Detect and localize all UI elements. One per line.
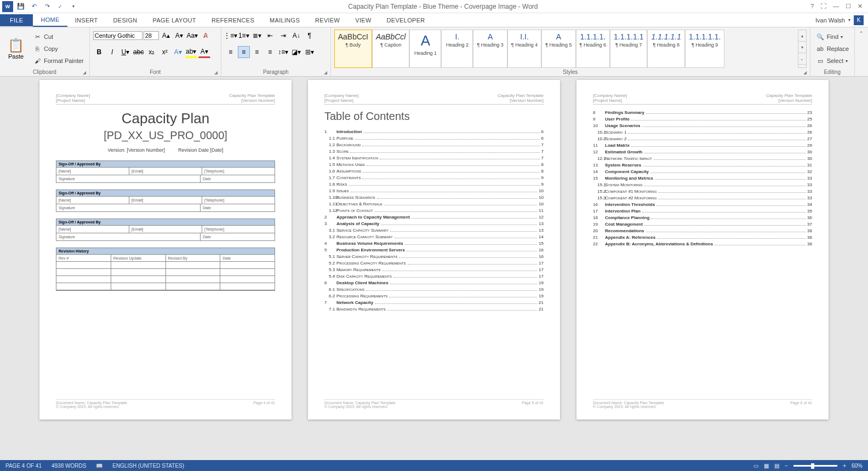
style-heading9[interactable]: 1.1.1.1.1.¶ Heading 9 bbox=[685, 30, 724, 68]
toc-entry: 1.6Assumptions8 bbox=[324, 169, 544, 174]
show-marks-button[interactable]: ¶ bbox=[304, 30, 316, 42]
document-area[interactable]: [Company Name][Project Name] Capacity Pl… bbox=[0, 77, 868, 460]
paste-button[interactable]: 📋 Paste bbox=[3, 30, 28, 68]
undo-icon[interactable]: ↶ bbox=[28, 1, 39, 12]
style-heading5[interactable]: A¶ Heading 5 bbox=[541, 30, 575, 68]
scroll-down-icon[interactable]: ▾ bbox=[798, 42, 806, 53]
cut-button[interactable]: ✂Cut bbox=[31, 31, 86, 42]
launcher-icon[interactable]: ◢ bbox=[324, 70, 327, 75]
toc-entry: 15.2Component #1 Monitoring33 bbox=[593, 189, 812, 194]
copy-button[interactable]: ⎘Copy bbox=[31, 43, 86, 54]
help-icon[interactable]: ? bbox=[810, 3, 814, 10]
tab-design[interactable]: DESIGN bbox=[106, 14, 145, 26]
scroll-up-icon[interactable]: ▴ bbox=[798, 30, 806, 42]
toc-entry: 19Cost Management37 bbox=[593, 222, 812, 227]
group-editing: 🔍Find▾ abReplace ▭Select▾ Editing bbox=[810, 27, 855, 76]
shading-button[interactable]: ◪▾ bbox=[290, 46, 302, 58]
style-heading3[interactable]: A¶ Heading 3 bbox=[473, 30, 507, 68]
spellcheck-icon[interactable]: ✓ bbox=[55, 1, 66, 12]
toc-entry: 10.1Scenario 126 bbox=[593, 130, 812, 135]
line-spacing-button[interactable]: ↕≡▾ bbox=[277, 46, 289, 58]
bold-button[interactable]: B bbox=[93, 46, 105, 58]
style-heading8[interactable]: 1.1.1.1.1¶ Heading 8 bbox=[647, 30, 685, 68]
style-heading6[interactable]: 1.1.1.1.¶ Heading 6 bbox=[576, 30, 610, 68]
underline-button[interactable]: U▾ bbox=[119, 46, 132, 58]
format-painter-button[interactable]: 🖌Format Painter bbox=[31, 55, 86, 66]
align-left-button[interactable]: ≡ bbox=[225, 46, 237, 58]
tab-mailings[interactable]: MAILINGS bbox=[262, 14, 307, 26]
bullets-button[interactable]: ⋮≡▾ bbox=[225, 30, 237, 42]
toc-entry: 16Intervention Thresholds34 bbox=[593, 202, 812, 207]
redo-icon[interactable]: ↷ bbox=[42, 1, 53, 12]
tab-view[interactable]: VIEW bbox=[347, 14, 379, 26]
style-heading7[interactable]: 1.1.1.1.1¶ Heading 7 bbox=[610, 30, 648, 68]
tab-review[interactable]: REVIEW bbox=[307, 14, 347, 26]
style-caption[interactable]: AaBbCcl¶ Caption bbox=[372, 30, 409, 68]
borders-button[interactable]: ⊞▾ bbox=[304, 46, 316, 58]
quick-access-toolbar: W 💾 ↶ ↷ ✓ ▾ bbox=[0, 1, 81, 12]
page-cover: [Company Name][Project Name] Capacity Pl… bbox=[39, 80, 292, 420]
maximize-icon[interactable]: ☐ bbox=[846, 3, 851, 10]
highlight-button[interactable]: ab▾ bbox=[185, 46, 197, 58]
ribbon-display-icon[interactable]: ⛶ bbox=[820, 3, 826, 10]
qat-customize-icon[interactable]: ▾ bbox=[68, 1, 79, 12]
italic-button[interactable]: I bbox=[106, 46, 118, 58]
tab-developer[interactable]: DEVELOPER bbox=[379, 14, 433, 26]
save-icon[interactable]: 💾 bbox=[15, 1, 26, 12]
collapse-ribbon-icon[interactable]: ˄ bbox=[855, 27, 868, 76]
launcher-icon[interactable]: ◢ bbox=[83, 70, 86, 75]
increase-indent-button[interactable]: ⇥ bbox=[277, 30, 289, 42]
page-header: [Company Name][Project Name] Capacity Pl… bbox=[593, 93, 812, 105]
subscript-button[interactable]: x₂ bbox=[146, 46, 158, 58]
styles-expand-icon[interactable]: ⌄ bbox=[798, 53, 806, 65]
tab-home[interactable]: HOME bbox=[33, 14, 67, 27]
numbering-button[interactable]: 1≡▾ bbox=[238, 30, 250, 42]
font-color-button[interactable]: A▾ bbox=[198, 46, 210, 58]
minimize-icon[interactable]: — bbox=[833, 3, 839, 10]
launcher-icon[interactable]: ◢ bbox=[803, 70, 807, 75]
group-label-paragraph: Paragraph◢ bbox=[225, 68, 327, 76]
close-icon[interactable]: ✕ bbox=[858, 3, 863, 10]
ribbon-tabs: FILEHOMEINSERTDESIGNPAGE LAYOUTREFERENCE… bbox=[0, 13, 868, 27]
toc-entry: 1.7Constraints9 bbox=[324, 175, 544, 180]
justify-button[interactable]: ≡ bbox=[264, 46, 276, 58]
style-body[interactable]: AaBbCcI¶ Body bbox=[334, 30, 372, 68]
text-effects-button[interactable]: A▾ bbox=[172, 46, 184, 58]
tab-insert[interactable]: INSERT bbox=[67, 14, 106, 26]
font-size-select[interactable] bbox=[144, 31, 159, 40]
toc-entry: 1.4System Identification7 bbox=[324, 156, 544, 160]
style-heading2[interactable]: I.Heading 2 bbox=[441, 30, 473, 68]
tab-references[interactable]: REFERENCES bbox=[204, 14, 262, 26]
toc-entry: 2Approach to Capacity Management12 bbox=[324, 215, 544, 220]
change-case-button[interactable]: Aa▾ bbox=[186, 30, 198, 42]
strikethrough-button[interactable]: abc bbox=[133, 46, 145, 58]
tab-page-layout[interactable]: PAGE LAYOUT bbox=[145, 14, 204, 26]
cut-icon: ✂ bbox=[33, 32, 42, 41]
user-area[interactable]: Ivan Walsh ▾ K bbox=[815, 15, 868, 25]
grow-font-button[interactable]: A▴ bbox=[160, 30, 172, 42]
clear-formatting-button[interactable]: A̷ bbox=[199, 30, 212, 42]
toc-entry: 1.3Scope7 bbox=[324, 149, 544, 154]
group-label-editing: Editing bbox=[814, 68, 851, 76]
toc-title: Table of Contents bbox=[324, 110, 544, 123]
select-button[interactable]: ▭Select▾ bbox=[814, 55, 851, 66]
styles-scroll: ▴ ▾ ⌄ bbox=[798, 30, 807, 68]
toc-entry: 7Network Capacity21 bbox=[324, 300, 544, 305]
group-paragraph: ⋮≡▾ 1≡▾ ≣▾ ⇤ ⇥ A↓ ¶ ≡ ≡ ≡ ≡ ↕≡▾ ◪▾ ⊞▾ Pa… bbox=[221, 27, 331, 76]
style-heading4[interactable]: I.I.¶ Heading 4 bbox=[507, 30, 541, 68]
shrink-font-button[interactable]: A▾ bbox=[173, 30, 185, 42]
font-name-select[interactable] bbox=[93, 31, 142, 40]
replace-button[interactable]: abReplace bbox=[814, 43, 851, 54]
sort-button[interactable]: A↓ bbox=[290, 30, 302, 42]
find-button[interactable]: 🔍Find▾ bbox=[814, 31, 851, 42]
decrease-indent-button[interactable]: ⇤ bbox=[264, 30, 276, 42]
align-right-button[interactable]: ≡ bbox=[251, 46, 263, 58]
launcher-icon[interactable]: ◢ bbox=[214, 70, 218, 75]
align-center-button[interactable]: ≡ bbox=[238, 46, 250, 58]
toc-entry: 1.1Purpose6 bbox=[324, 136, 544, 141]
multilevel-button[interactable]: ≣▾ bbox=[251, 30, 263, 42]
style-heading1[interactable]: AHeading 1 bbox=[409, 30, 441, 68]
tab-file[interactable]: FILE bbox=[0, 14, 33, 26]
superscript-button[interactable]: x² bbox=[159, 46, 171, 58]
styles-gallery[interactable]: AaBbCcI¶ BodyAaBbCcl¶ CaptionAHeading 1I… bbox=[334, 30, 796, 68]
